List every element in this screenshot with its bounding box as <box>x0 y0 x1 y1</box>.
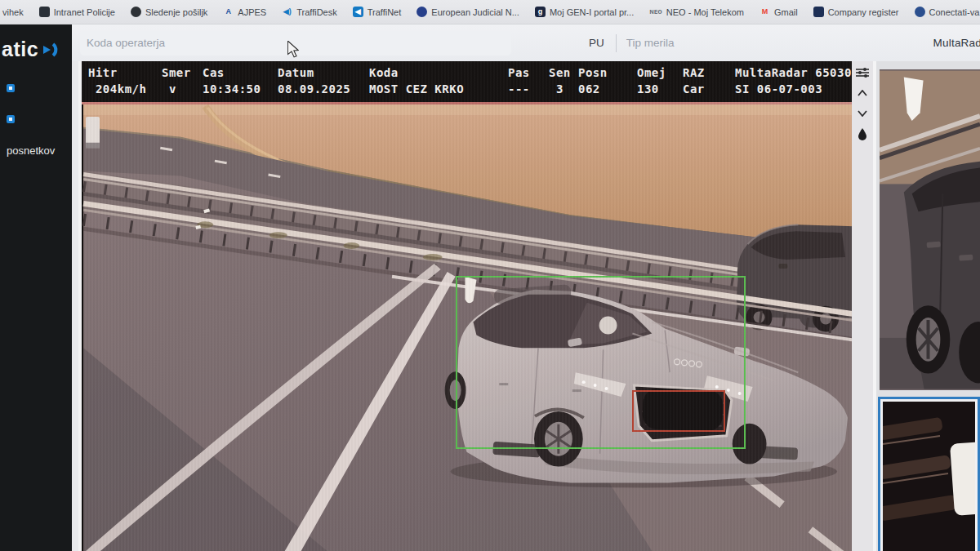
radar-column-value: v <box>162 81 203 97</box>
app-logo-text: atic <box>2 38 38 61</box>
bookmark-label: Sledenje pošiljk <box>145 7 207 17</box>
bookmark-item[interactable]: AAJPES <box>223 7 266 17</box>
bookmark-item[interactable]: ◀TraffiNet <box>353 7 402 17</box>
chevron-down-icon[interactable] <box>856 107 869 120</box>
radar-column: Sen 3 <box>549 64 578 102</box>
radar-column: Cas10:34:50 <box>203 64 278 102</box>
radar-column-label: Sen <box>549 64 578 81</box>
bookmark-label: TraffiNet <box>368 7 402 17</box>
radar-photo-viewer[interactable]: Hitr 204km/hSmer vCas10:34:50Datum08.09.… <box>78 61 855 551</box>
sidebar-item[interactable]: posnetkov <box>7 144 72 157</box>
radar-column-value: 062 <box>578 81 637 97</box>
gen-i-icon: g <box>535 7 546 17</box>
radar-column-value: 3 <box>549 81 578 97</box>
bookmark-label: Conectati-va la Ofici... <box>929 7 980 17</box>
radar-column-value: 204km/h <box>88 81 162 97</box>
radar-column-value: Car <box>683 81 735 97</box>
radar-column: Hitr 204km/h <box>88 64 162 102</box>
bookmark-item[interactable]: vihek <box>2 7 24 17</box>
chevron-up-icon[interactable] <box>856 87 869 100</box>
bookmark-item[interactable]: MGmail <box>760 7 798 17</box>
radar-data-bar: Hitr 204km/hSmer vCas10:34:50Datum08.09.… <box>82 61 855 102</box>
radar-column-value: SI 06-07-003 <box>735 81 852 97</box>
sidebar-item[interactable] <box>7 113 72 125</box>
radar-column: Posn062 <box>578 64 637 102</box>
plate-crop-thumbnail-selected[interactable] <box>878 397 980 551</box>
radar-column-label: Posn <box>578 64 637 81</box>
zoomed-vehicle-thumbnail[interactable] <box>880 69 980 390</box>
operator-code-field[interactable]: Koda operaterja <box>80 31 511 56</box>
divider <box>616 34 617 52</box>
ajpes-icon: A <box>223 7 234 17</box>
radar-column-label: RAZ <box>683 64 735 81</box>
radar-column-label: Hitr <box>88 64 162 81</box>
adjustments-icon[interactable] <box>856 66 869 79</box>
bookmark-item[interactable]: European Judicial N... <box>416 7 519 17</box>
sidebar-item[interactable] <box>7 82 72 94</box>
radar-column-value: --- <box>508 81 549 97</box>
radar-column-value: 130 <box>637 81 683 97</box>
police-badge-icon <box>39 7 50 17</box>
bookmark-item[interactable]: gMoj GEN-I portal pr... <box>535 7 634 17</box>
vehicle-detection-box <box>456 276 746 449</box>
bookmark-label: TraffiDesk <box>296 7 337 17</box>
panel-title-partial: MultaRad <box>933 37 980 49</box>
sidebar: atic posnetkov <box>0 24 72 551</box>
far-field-band <box>83 104 853 115</box>
justice-icon <box>416 7 427 17</box>
sound-wave-icon <box>43 42 61 57</box>
operator-code-placeholder: Koda operaterja <box>87 37 165 49</box>
bookmark-label: NEO - Moj Telekom <box>666 7 744 17</box>
radar-column-label: Omej <box>637 64 683 81</box>
bookmark-item[interactable]: Company register <box>813 7 899 17</box>
sidebar-item-label: posnetkov <box>7 144 55 157</box>
bookmarks-bar: vihekIntranet PolicijeSledenje pošiljkAA… <box>0 0 980 24</box>
traffinet-icon: ◀ <box>353 7 363 17</box>
highway-scene <box>82 104 855 551</box>
bookmark-label: Company register <box>828 7 899 17</box>
bookmark-item[interactable]: ◀)TraffiDesk <box>282 7 337 17</box>
viewer-controls <box>852 61 873 551</box>
bookmark-label: Gmail <box>774 7 798 17</box>
traffidesk-icon: ◀) <box>282 7 292 17</box>
bookmark-label: Moj GEN-I portal pr... <box>550 7 634 17</box>
gmail-icon: M <box>760 7 770 17</box>
blue-doc-icon <box>7 115 15 123</box>
radar-column-value: 08.09.2025 <box>278 81 369 97</box>
radar-column-label: Cas <box>203 64 278 81</box>
bookmark-item[interactable]: Sledenje pošiljk <box>131 7 207 17</box>
filter-bar: Koda operaterja PU Tip merila MultaRad <box>72 24 980 61</box>
bookmark-item[interactable]: ɴᴇᴏNEO - Moj Telekom <box>649 7 744 17</box>
sidebar-menu: posnetkov <box>0 82 72 157</box>
radar-column: Pas--- <box>508 64 549 102</box>
office-icon <box>915 7 925 17</box>
bookmark-label: European Judicial N... <box>431 7 519 17</box>
app-logo: atic <box>0 24 72 61</box>
bookmark-item[interactable]: Intranet Policije <box>39 7 115 17</box>
suv-car <box>737 224 853 331</box>
bookmark-label: Intranet Policije <box>54 7 115 17</box>
measure-type-field[interactable]: Tip merila <box>626 37 675 49</box>
radar-column: Smer v <box>162 64 203 102</box>
radar-column-label: Pas <box>508 64 549 81</box>
radar-column-label: Koda <box>369 64 508 81</box>
blue-doc-icon <box>7 84 15 92</box>
radar-column: Datum08.09.2025 <box>278 64 369 102</box>
white-truck-chassis <box>86 143 100 149</box>
globe-icon <box>131 7 141 17</box>
pu-label[interactable]: PU <box>589 37 604 49</box>
radar-column: Omej130 <box>637 64 683 102</box>
snapshot-panel <box>876 61 980 551</box>
droplet-icon[interactable] <box>856 127 869 140</box>
radar-column-label: Datum <box>278 64 369 81</box>
company-register-icon <box>813 7 824 17</box>
vehicle-side-crop <box>904 162 980 389</box>
radar-column: MultaRadar 65030SI 06-07-003 <box>735 64 852 102</box>
bookmark-label: vihek <box>2 7 24 17</box>
radar-column-label: Smer <box>162 64 203 81</box>
app-window: vihekIntranet PolicijeSledenje pošiljkAA… <box>0 0 980 551</box>
bookmark-item[interactable]: Conectati-va la Ofici... <box>915 7 980 17</box>
radar-column-value: MOST CEZ KRKO <box>369 81 508 97</box>
neo-icon: ɴᴇᴏ <box>649 7 662 17</box>
radar-column-value: 10:34:50 <box>203 81 278 97</box>
